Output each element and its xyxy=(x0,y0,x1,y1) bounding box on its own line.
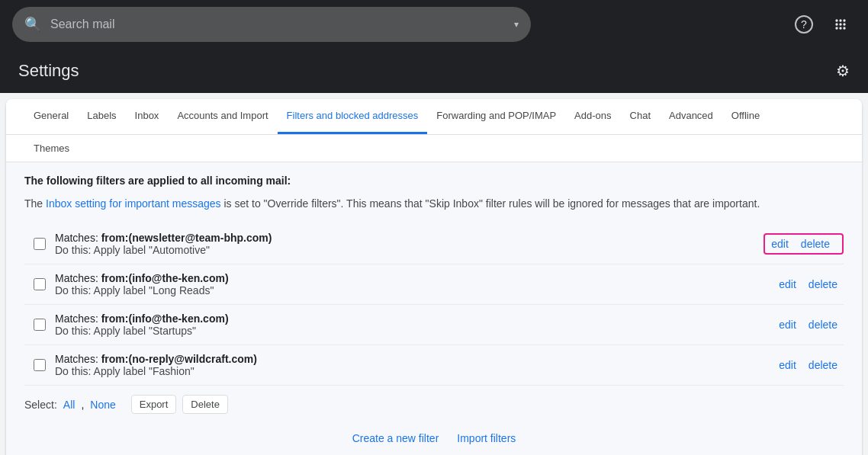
filter-actions-4: edit delete xyxy=(779,359,844,371)
filter-edit-btn-1[interactable]: edit xyxy=(771,238,789,250)
filter-row-1: Matches: from:(newsletter@team-bhp.com) … xyxy=(24,224,844,264)
filter-match-value-4: from:(no-reply@wildcraft.com) xyxy=(101,353,257,365)
settings-header: Settings ⚙ xyxy=(0,49,868,93)
select-separator: , xyxy=(81,399,84,411)
filter-delete-btn-3[interactable]: delete xyxy=(809,319,837,331)
filter-edit-btn-3[interactable]: edit xyxy=(779,319,796,331)
filter-actions-2: edit delete xyxy=(779,278,844,290)
select-all-link[interactable]: All xyxy=(63,399,76,411)
import-filters-link[interactable]: Import filters xyxy=(457,432,516,444)
filter-info-3: Matches: from:(info@the-ken.com) Do this… xyxy=(55,312,779,337)
filter-row-4: Matches: from:(no-reply@wildcraft.com) D… xyxy=(24,345,844,386)
tab-filters-blocked[interactable]: Filters and blocked addresses xyxy=(278,99,428,134)
filter-checkbox-1[interactable] xyxy=(24,238,55,250)
filter-delete-btn-2[interactable]: delete xyxy=(809,278,837,290)
filter-action-4: Do this: Apply label "Fashion" xyxy=(55,365,779,377)
filter-actions-container-1: edit delete xyxy=(764,233,844,255)
tab-general[interactable]: General xyxy=(24,99,78,134)
select-row: Select: All , None Export Delete xyxy=(24,386,844,420)
tabs-row-2: Themes xyxy=(6,135,862,162)
settings-panel: General Labels Inbox Accounts and Import… xyxy=(6,99,862,455)
tab-offline[interactable]: Offline xyxy=(722,99,769,134)
filter-delete-btn-4[interactable]: delete xyxy=(809,359,837,371)
tab-inbox[interactable]: Inbox xyxy=(126,99,169,134)
content-area: The following filters are applied to all… xyxy=(6,162,862,455)
filter-action-1: Do this: Apply label "Automotive" xyxy=(55,244,764,256)
filter-row-2: Matches: from:(info@the-ken.com) Do this… xyxy=(24,264,844,305)
tab-advanced[interactable]: Advanced xyxy=(660,99,722,134)
filter-check-input-1[interactable] xyxy=(34,238,46,250)
filter-info-1: Matches: from:(newsletter@team-bhp.com) … xyxy=(55,232,764,256)
filter-match-value-1: from:(newsletter@team-bhp.com) xyxy=(101,232,272,244)
filter-check-input-2[interactable] xyxy=(34,278,46,290)
search-input[interactable] xyxy=(50,18,505,31)
inbox-setting-link[interactable]: Inbox setting for important messages xyxy=(46,197,221,210)
filter-actions-3: edit delete xyxy=(779,319,844,331)
filter-checkbox-3[interactable] xyxy=(24,319,55,331)
select-none-link[interactable]: None xyxy=(90,399,115,411)
filter-delete-btn-1[interactable]: delete xyxy=(801,238,830,250)
filter-match-value-3: from:(info@the-ken.com) xyxy=(101,312,229,325)
tab-chat[interactable]: Chat xyxy=(621,99,660,134)
delete-button[interactable]: Delete xyxy=(182,395,228,414)
top-bar-right: ? xyxy=(789,9,856,40)
export-button[interactable]: Export xyxy=(131,395,177,414)
help-button[interactable]: ? xyxy=(789,9,819,40)
filter-info-4: Matches: from:(no-reply@wildcraft.com) D… xyxy=(55,353,779,377)
settings-gear-icon[interactable]: ⚙ xyxy=(836,62,850,80)
filter-match-4: Matches: from:(no-reply@wildcraft.com) xyxy=(55,353,779,365)
filter-info-2: Matches: from:(info@the-ken.com) Do this… xyxy=(55,272,779,296)
select-label: Select: xyxy=(24,399,57,411)
filter-match-1: Matches: from:(newsletter@team-bhp.com) xyxy=(55,232,764,244)
filter-edit-btn-4[interactable]: edit xyxy=(779,359,796,371)
filter-match-value-2: from:(info@the-ken.com) xyxy=(101,272,229,284)
filter-action-3: Do this: Apply label "Startups" xyxy=(55,325,779,337)
search-container: 🔍 ▾ xyxy=(12,7,531,42)
settings-title: Settings xyxy=(18,61,79,81)
info-text-before: The xyxy=(24,197,46,210)
help-icon: ? xyxy=(795,15,813,34)
search-dropdown-icon[interactable]: ▾ xyxy=(514,19,519,30)
tab-labels[interactable]: Labels xyxy=(78,99,125,134)
search-icon: 🔍 xyxy=(24,16,41,33)
filter-action-2: Do this: Apply label "Long Reads" xyxy=(55,284,779,296)
filter-check-input-4[interactable] xyxy=(34,359,46,371)
tab-accounts-import[interactable]: Accounts and Import xyxy=(168,99,277,134)
info-text-after: is set to "Override filters". This means… xyxy=(221,197,760,210)
tabs-row: General Labels Inbox Accounts and Import… xyxy=(24,99,844,134)
top-bar: 🔍 ▾ ? xyxy=(0,0,868,49)
tab-forwarding[interactable]: Forwarding and POP/IMAP xyxy=(427,99,565,134)
filter-match-3: Matches: from:(info@the-ken.com) xyxy=(55,312,779,325)
filters-heading: The following filters are applied to all… xyxy=(24,175,844,187)
filter-row-3: Matches: from:(info@the-ken.com) Do this… xyxy=(24,305,844,345)
tabs-container: General Labels Inbox Accounts and Import… xyxy=(6,99,862,135)
filter-actions-1: edit delete xyxy=(771,238,836,250)
bottom-links: Create a new filter Import filters xyxy=(24,420,844,455)
create-filter-link[interactable]: Create a new filter xyxy=(352,432,439,444)
filter-checkbox-4[interactable] xyxy=(24,359,55,371)
tab-addons[interactable]: Add-ons xyxy=(565,99,620,134)
apps-icon xyxy=(833,17,848,32)
filter-check-input-3[interactable] xyxy=(34,319,46,331)
filter-checkbox-2[interactable] xyxy=(24,278,55,290)
filter-match-2: Matches: from:(info@the-ken.com) xyxy=(55,272,779,284)
info-paragraph: The Inbox setting for important messages… xyxy=(24,196,844,212)
tab-themes[interactable]: Themes xyxy=(24,135,79,162)
filter-edit-btn-2[interactable]: edit xyxy=(779,278,796,290)
apps-button[interactable] xyxy=(825,9,856,40)
